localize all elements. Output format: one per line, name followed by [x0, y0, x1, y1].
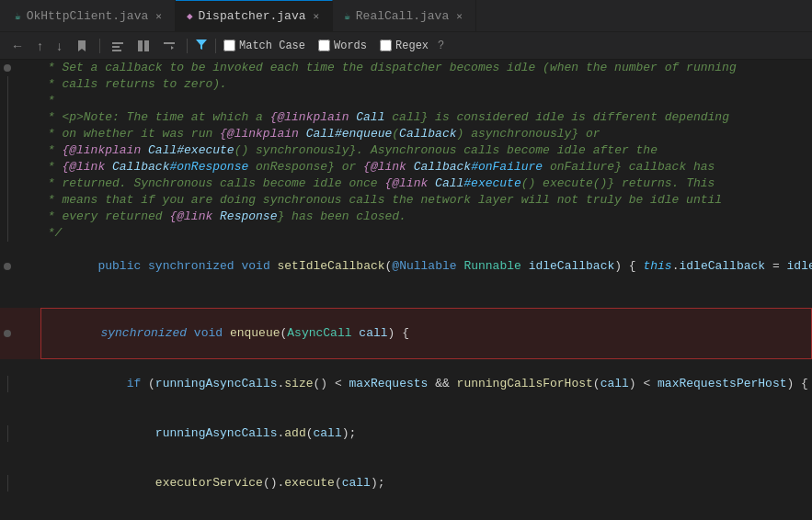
toolbar-sep2	[187, 39, 188, 53]
words-label: Words	[334, 40, 367, 52]
line-num	[15, 192, 40, 209]
line-num	[15, 359, 40, 409]
realcall-icon: ☕	[344, 10, 350, 22]
line-content-6: * {@linkplain Call#execute() synchronous…	[40, 142, 812, 159]
filter-icon	[195, 38, 208, 54]
tab-label-okhttp: OkHttpClient.java	[27, 9, 149, 23]
code-editor[interactable]: * Set a callback to be invoked each time…	[0, 60, 812, 520]
tab-label-dispatcher: Dispatcher.java	[199, 9, 306, 23]
line-num	[15, 458, 40, 508]
tab-realcall[interactable]: ☕ RealCall.java ✕	[333, 0, 476, 32]
line-num	[15, 242, 40, 291]
tab-bar: ☕ OkHttpClient.java ✕ ◆ Dispatcher.java …	[0, 0, 812, 32]
words-checkbox[interactable]	[318, 40, 330, 51]
line-content-3: *	[40, 93, 812, 109]
dispatcher-icon: ◆	[187, 10, 193, 22]
line-content-8: * returned. Synchronous calls become idl…	[40, 175, 812, 192]
line-num	[15, 159, 40, 175]
line-content-11: */	[40, 225, 812, 242]
svg-rect-0	[112, 42, 123, 44]
line-content-blank	[40, 291, 812, 308]
fold-indicator-3[interactable]	[4, 330, 11, 337]
line-content-1: * Set a callback to be invoked each time…	[40, 60, 812, 76]
line-num	[15, 93, 40, 109]
fold-indicator-1[interactable]	[4, 64, 11, 72]
line-content-highlighted: synchronized void enqueue(AsyncCall call…	[40, 308, 812, 359]
svg-rect-1	[112, 46, 120, 48]
line-content-else: } else {	[40, 508, 812, 520]
tab-close-realcall[interactable]: ✕	[454, 9, 464, 23]
line-num	[15, 60, 40, 76]
line-num	[15, 76, 40, 93]
highlighted-line: synchronized void enqueue(AsyncCall call…	[0, 308, 812, 359]
match-case-label: Match Case	[239, 40, 305, 52]
line-num	[15, 291, 40, 308]
svg-rect-4	[144, 40, 149, 51]
words-checkbox-label[interactable]: Words	[318, 40, 367, 52]
regex-checkbox[interactable]	[380, 40, 392, 51]
line-content-4: * <p>Note: The time at which a {@linkpla…	[40, 109, 812, 126]
align-button[interactable]	[108, 38, 128, 54]
back-button[interactable]: ←	[7, 37, 28, 55]
tab-dispatcher[interactable]: ◆ Dispatcher.java ✕	[176, 0, 333, 32]
tab-label-realcall: RealCall.java	[356, 9, 449, 23]
tab-close-okhttp[interactable]: ✕	[154, 9, 164, 23]
tab-okhttp[interactable]: ☕ OkHttpClient.java ✕	[4, 0, 176, 32]
line-content-7: * {@link Callback#onResponse onResponse}…	[40, 159, 812, 175]
line-num	[15, 308, 40, 359]
line-num	[15, 126, 40, 142]
line-content-12: public synchronized void setIdleCallback…	[40, 242, 812, 291]
help-icon[interactable]: ?	[438, 40, 444, 52]
line-content-add1: runningAsyncCalls.add(call);	[40, 409, 812, 458]
editor-toolbar: ← ↑ ↓ Match Case Words Regex ?	[0, 32, 812, 60]
regex-checkbox-label[interactable]: Regex	[380, 40, 429, 52]
line-content-10: * every returned {@link Response} has be…	[40, 209, 812, 225]
line-content-5: * on whether it was run {@linkplain Call…	[40, 126, 812, 142]
match-case-checkbox-label[interactable]: Match Case	[223, 40, 305, 52]
svg-marker-6	[196, 40, 207, 50]
line-content-9: * means that if you are doing synchronou…	[40, 192, 812, 209]
line-num	[15, 142, 40, 159]
line-num	[15, 175, 40, 192]
tab-close-dispatcher[interactable]: ✕	[312, 9, 322, 23]
down-button[interactable]: ↓	[52, 37, 66, 55]
line-num	[15, 225, 40, 242]
up-button[interactable]: ↑	[33, 37, 47, 55]
line-num	[15, 508, 40, 520]
bookmark-button[interactable]	[72, 38, 92, 54]
regex-label: Regex	[395, 40, 429, 52]
line-num	[15, 209, 40, 225]
toolbar-sep3	[215, 39, 216, 53]
line-content-if: if (runningAsyncCalls.size() < maxReques…	[40, 359, 812, 409]
wrap-button[interactable]	[159, 38, 179, 54]
editor-area: * Set a callback to be invoked each time…	[0, 60, 812, 520]
line-num	[15, 409, 40, 458]
line-content-execute: executorService().execute(call);	[40, 458, 812, 508]
line-content-2: * calls returns to zero).	[40, 76, 812, 93]
svg-rect-3	[138, 40, 143, 51]
fold-indicator-2[interactable]	[4, 263, 11, 270]
svg-rect-5	[164, 42, 175, 44]
toolbar-sep1	[99, 39, 100, 53]
java-icon: ☕	[15, 10, 21, 22]
columns-button[interactable]	[133, 38, 154, 54]
match-case-checkbox[interactable]	[223, 40, 235, 51]
line-num	[15, 109, 40, 126]
svg-rect-2	[112, 50, 121, 51]
